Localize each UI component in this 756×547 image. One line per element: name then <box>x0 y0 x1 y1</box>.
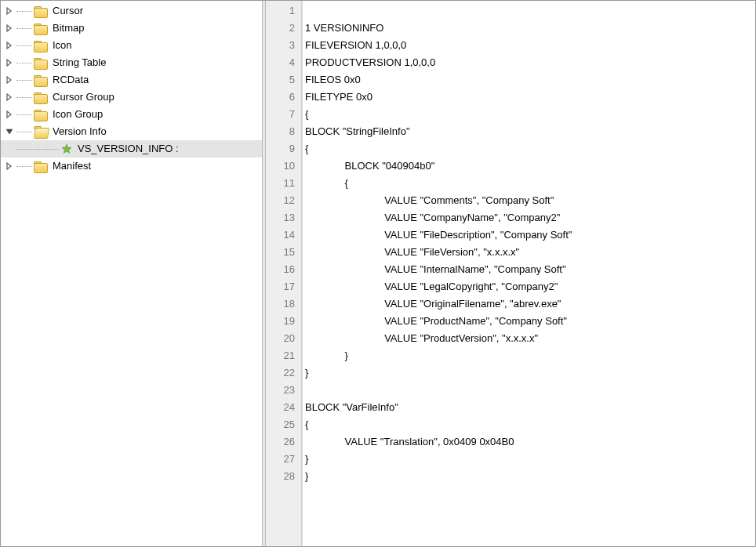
tree-item-label: Icon Group <box>51 106 104 123</box>
code-line[interactable]: { <box>305 416 755 433</box>
line-number: 10 <box>266 158 301 175</box>
line-number: 17 <box>266 278 301 295</box>
code-line[interactable]: 1 VERSIONINFO <box>305 20 755 37</box>
app-root: Cursor Bitmap Icon <box>0 0 756 547</box>
line-number: 22 <box>266 364 301 382</box>
tree-item-version-info[interactable]: Version Info <box>1 123 262 140</box>
line-number: 20 <box>266 330 301 347</box>
folder-open-icon <box>34 125 48 138</box>
chevron-right-icon[interactable] <box>4 40 15 51</box>
code-line[interactable]: } <box>305 468 755 485</box>
star-icon <box>60 143 73 155</box>
line-number: 21 <box>266 347 301 364</box>
line-number: 8 <box>266 123 301 140</box>
tree-item-cursor[interactable]: Cursor <box>1 2 262 20</box>
chevron-right-icon[interactable] <box>4 109 15 120</box>
chevron-right-icon[interactable] <box>4 57 15 68</box>
code-line[interactable]: PRODUCTVERSION 1,0,0,0 <box>305 54 755 71</box>
chevron-down-icon[interactable] <box>4 126 15 137</box>
code-line[interactable]: { <box>305 175 755 192</box>
code-line[interactable] <box>305 382 755 399</box>
code-line[interactable]: FILEVERSION 1,0,0,0 <box>305 37 755 54</box>
code-area[interactable]: 1 VERSIONINFOFILEVERSION 1,0,0,0PRODUCTV… <box>302 1 755 546</box>
line-number: 25 <box>266 416 301 433</box>
code-line[interactable]: VALUE "Translation", 0x0409 0x04B0 <box>305 433 755 451</box>
code-line[interactable]: } <box>305 347 755 364</box>
folder-icon <box>34 39 48 52</box>
tree-connector <box>15 140 60 158</box>
code-line[interactable]: VALUE "LegalCopyright", "Company2" <box>305 278 755 295</box>
line-number: 19 <box>266 313 301 330</box>
code-line[interactable]: { <box>305 140 755 158</box>
resource-tree: Cursor Bitmap Icon <box>1 2 262 175</box>
chevron-right-icon[interactable] <box>4 161 15 172</box>
line-number-gutter: 1234567891011121314151617181920212223242… <box>266 1 302 546</box>
folder-icon <box>34 91 48 103</box>
code-editor-panel: 1234567891011121314151617181920212223242… <box>266 1 755 546</box>
tree-connector <box>15 2 34 20</box>
tree-item-vs-version-info[interactable]: VS_VERSION_INFO : <box>1 140 262 158</box>
chevron-right-icon[interactable] <box>4 74 15 85</box>
line-number: 13 <box>266 209 301 226</box>
tree-item-label: Bitmap <box>51 20 85 37</box>
code-line[interactable]: } <box>305 364 755 382</box>
tree-item-label: Cursor <box>51 2 85 20</box>
code-line[interactable]: VALUE "ProductVersion", "x.x.x.x" <box>305 330 755 347</box>
line-number: 2 <box>266 20 301 37</box>
code-line[interactable]: VALUE "FileDescription", "Company Soft" <box>305 226 755 244</box>
line-number: 7 <box>266 106 301 123</box>
folder-icon <box>34 22 48 34</box>
code-line[interactable]: VALUE "FileVersion", "x.x.x.x" <box>305 244 755 261</box>
code-line[interactable]: VALUE "OriginalFilename", "abrev.exe" <box>305 295 755 313</box>
folder-icon <box>34 108 48 121</box>
line-number: 5 <box>266 71 301 89</box>
resource-tree-panel[interactable]: Cursor Bitmap Icon <box>1 1 262 546</box>
code-line[interactable]: BLOCK "040904b0" <box>305 158 755 175</box>
code-line[interactable]: { <box>305 106 755 123</box>
line-number: 4 <box>266 54 301 71</box>
tree-item-label: Manifest <box>51 158 93 175</box>
tree-item-label: Version Info <box>51 123 108 140</box>
line-number: 1 <box>266 2 301 20</box>
code-line[interactable]: FILETYPE 0x0 <box>305 89 755 106</box>
tree-item-label: VS_VERSION_INFO : <box>76 140 180 158</box>
chevron-right-icon[interactable] <box>4 92 15 103</box>
code-line[interactable]: BLOCK "StringFileInfo" <box>305 123 755 140</box>
tree-item-label: String Table <box>51 54 107 71</box>
line-number: 24 <box>266 399 301 416</box>
tree-item-bitmap[interactable]: Bitmap <box>1 20 262 37</box>
tree-connector <box>15 123 34 140</box>
tree-item-cursor-group[interactable]: Cursor Group <box>1 89 262 106</box>
tree-item-string-table[interactable]: String Table <box>1 54 262 71</box>
tree-connector <box>15 158 34 175</box>
code-line[interactable]: VALUE "CompanyName", "Company2" <box>305 209 755 226</box>
code-line[interactable]: VALUE "Comments", "Company Soft" <box>305 192 755 209</box>
code-line[interactable]: FILEOS 0x0 <box>305 71 755 89</box>
tree-item-rcdata[interactable]: RCData <box>1 71 262 89</box>
folder-icon <box>34 5 48 17</box>
code-line[interactable]: } <box>305 451 755 468</box>
code-line[interactable]: VALUE "ProductName", "Company Soft" <box>305 313 755 330</box>
line-number: 14 <box>266 226 301 244</box>
line-number: 16 <box>266 261 301 278</box>
code-line[interactable]: BLOCK "VarFileInfo" <box>305 399 755 416</box>
tree-item-icon-group[interactable]: Icon Group <box>1 106 262 123</box>
line-number: 11 <box>266 175 301 192</box>
tree-leaf-spacer <box>4 143 15 154</box>
folder-icon <box>34 160 48 172</box>
line-number: 9 <box>266 140 301 158</box>
line-number: 12 <box>266 192 301 209</box>
tree-item-icon[interactable]: Icon <box>1 37 262 54</box>
line-number: 27 <box>266 451 301 468</box>
line-number: 6 <box>266 89 301 106</box>
tree-connector <box>15 106 34 123</box>
tree-connector <box>15 37 34 54</box>
tree-item-label: Cursor Group <box>51 89 116 106</box>
code-line[interactable]: VALUE "InternalName", "Company Soft" <box>305 261 755 278</box>
code-line[interactable] <box>305 2 755 20</box>
tree-item-label: Icon <box>51 37 74 54</box>
chevron-right-icon[interactable] <box>4 23 15 34</box>
line-number: 23 <box>266 382 301 399</box>
tree-item-manifest[interactable]: Manifest <box>1 158 262 175</box>
chevron-right-icon[interactable] <box>4 5 15 16</box>
